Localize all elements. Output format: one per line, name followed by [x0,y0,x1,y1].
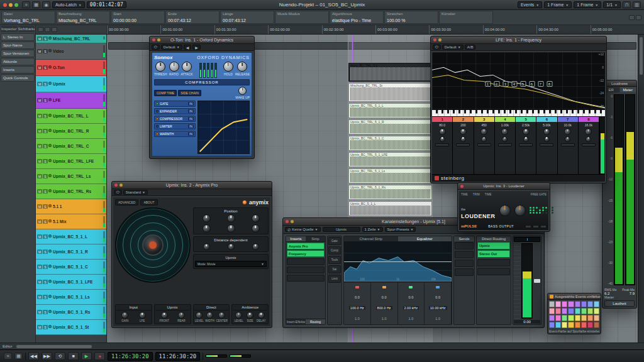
inspector-section[interactable]: Inserts [1,66,35,74]
section-knob[interactable] [247,312,253,319]
event-color-window[interactable]: Ausgewählte Events einfärben Event-Farbe… [547,293,601,334]
record-arm-icon[interactable] [48,219,52,222]
tab-meter[interactable]: Meter [620,87,636,92]
track-name[interactable]: 5.1 1 [53,204,102,209]
makeup-knob[interactable] [238,87,247,95]
section-knob[interactable] [121,312,128,319]
color-pad[interactable] [568,308,574,314]
bypass-button[interactable]: ⏻ [114,190,122,195]
tab-routing[interactable]: Routing [306,319,325,324]
color-pad[interactable] [587,315,593,321]
process-in-button[interactable]: IN [188,109,194,113]
eq-band-on-button[interactable] [355,286,359,288]
timeline-ruler[interactable]: 00:00:30:0000:01:00:0000:01:30:0000:02:0… [107,25,644,35]
section-knob[interactable] [178,312,185,319]
info-field[interactable]: Datei Vorhang_BC_TRL [1,11,55,24]
track-name[interactable]: Upmix_BC_TRL_Rs [53,189,102,194]
band-q-knob[interactable] [523,136,529,142]
track-name[interactable]: Upmix [53,82,102,86]
bypass-button[interactable]: ⏻ [152,45,160,50]
color-pad[interactable] [549,315,555,321]
close-icon[interactable] [152,38,155,41]
routing-slot-empty[interactable] [477,268,510,275]
grid-type-2-select[interactable]: 1 Frame▼ [574,1,601,8]
process-section-button[interactable]: WARMTH IN [154,131,196,137]
routing-slot-empty[interactable] [477,259,510,266]
solo-button[interactable]: S [43,325,48,329]
panner-control[interactable] [514,237,540,242]
track-row[interactable]: M S 5.1 1 [36,199,106,214]
track-name[interactable]: Upmix_BC_TRL_C [53,144,102,148]
bypass-button[interactable]: ⏻ [433,45,441,50]
strip-module[interactable]: Limit [328,275,341,283]
record-arm-icon[interactable] [48,114,52,117]
solo-button[interactable]: S [43,174,48,178]
quantize-select[interactable]: 1/1▼ [603,1,621,8]
mute-button[interactable]: M [37,159,42,163]
band-frequency-value[interactable]: 450 [481,123,486,127]
eq-band-on-button[interactable] [436,286,440,288]
band-gain-knob[interactable] [564,128,571,135]
spectrum-display[interactable]: 12345678 +120-12-24-36 [432,52,605,110]
track-name[interactable]: Upmix_BC_TRL_R [53,129,102,133]
record-arm-icon[interactable] [48,265,52,268]
track-name[interactable]: Upmix_BC_5_1_St [53,325,102,329]
band-on-button[interactable] [477,143,491,146]
info-field[interactable]: Künstler [439,11,493,24]
snap-type-select[interactable]: Events▼ [518,1,542,8]
right-zone-icon[interactable]: ▥ [633,1,641,8]
track-row[interactable]: M S Upmix_BC_TRL_Ls [36,169,106,184]
inspector-section[interactable]: Akkorde [1,58,35,65]
drive-knob[interactable] [499,205,511,216]
window-titlebar[interactable]: O-Ton: Ins. 1 - Oxford Dynamics [150,36,254,44]
color-pad[interactable] [587,308,593,314]
insert-slot-empty[interactable] [287,275,325,282]
band-gain-knob[interactable] [460,128,467,135]
band-select-button[interactable]: 4 [511,81,517,87]
tab-insert-effects[interactable]: Insert-Effekte [286,319,306,324]
mute-button[interactable]: M [37,280,42,284]
solo-button[interactable]: S [43,129,48,133]
position-knob[interactable] [203,214,211,222]
tab-equalizer[interactable]: Equalizer [398,236,452,241]
color-pad[interactable] [549,301,555,307]
track-presets-select[interactable]: Spur-Presets▼ [385,227,416,232]
color-pad[interactable] [562,308,567,314]
solo-button[interactable]: S [43,250,48,254]
loudness-knob[interactable] [514,205,526,216]
send-slot[interactable] [455,260,474,267]
process-section-button[interactable]: LIMITER IN [154,123,196,129]
track-name[interactable]: Upmix_BC_TRL_L [53,114,102,118]
strip-module[interactable]: Sat [328,265,341,273]
process-in-button[interactable]: IN [188,102,194,106]
eq-band-on-button[interactable] [409,286,413,288]
track-name[interactable]: Upmix_BC_5_1_Ls [53,295,102,299]
strip-module[interactable]: Tools [328,256,341,264]
eq-q-value[interactable]: 1.0 [409,317,414,321]
inspector-section[interactable]: Spur-Versionen [1,50,35,57]
strip-module[interactable]: Comp [328,246,341,255]
track-row[interactable]: M S Upmix_BC_5_1_C [36,260,106,275]
band-select-button[interactable]: 2 [494,81,499,87]
rewind-button[interactable]: ◀◀ [28,352,39,360]
band-frequency-value[interactable]: 16.0k [585,123,592,127]
minimize-icon[interactable] [9,3,13,7]
audio-event[interactable]: Upmix_BC_TRL_5_1_C [348,136,432,151]
record-arm-icon[interactable] [48,234,52,238]
process-section-button[interactable]: EXPANDER IN [154,108,196,114]
window-titlebar[interactable]: Ausgewählte Events einfärben [548,293,601,300]
dynamics-knob[interactable] [155,62,165,72]
track-row[interactable]: M S Upmix_BC_5_1_R [36,244,106,260]
minimize-icon[interactable] [291,220,294,223]
color-pad[interactable] [568,301,574,307]
info-field[interactable]: Start 00:00:00:00 [111,11,165,24]
pan-source-puck[interactable] [142,234,164,256]
band-select-button[interactable]: 7 [538,81,543,87]
band-q-knob[interactable] [502,136,508,142]
record-arm-icon[interactable] [48,204,52,207]
info-field[interactable]: Algorithmus élastique Pro - Time [330,11,384,24]
routing-destination[interactable]: Stereo Out [477,250,510,258]
eq-q-value[interactable]: 1.0 [355,317,360,321]
band-frequency-value[interactable]: 5.00k [543,123,550,127]
track-row[interactable]: M S O-Ton [36,60,106,76]
